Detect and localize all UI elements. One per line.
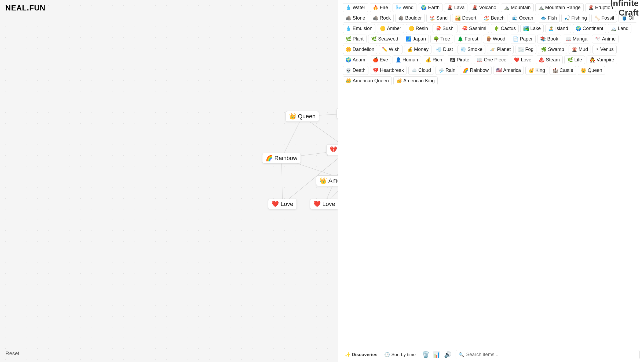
- sidebar-item[interactable]: 🏞️Lake: [520, 24, 544, 33]
- item-label: Stone: [353, 15, 365, 21]
- sidebar-item[interactable]: 💀Death: [343, 66, 368, 75]
- sidebar-item[interactable]: 🌿Seaweed: [368, 35, 401, 43]
- canvas-node-queen[interactable]: 👑Queen: [286, 111, 319, 122]
- item-label: Boulder: [405, 15, 422, 21]
- sidebar-item[interactable]: ☁️Cloud: [408, 66, 434, 75]
- sidebar-item[interactable]: 📚Book: [537, 35, 561, 43]
- node-label: Queen: [298, 113, 316, 120]
- canvas-node-american-princess[interactable]: 👑American Princess: [316, 175, 338, 186]
- sidebar-item[interactable]: 🗾Japan: [403, 35, 429, 43]
- canvas-node-rainbow[interactable]: 🌈Rainbow: [262, 153, 301, 164]
- sidebar-item[interactable]: 🧛Vampire: [587, 56, 617, 64]
- sidebar-item[interactable]: 💨Dust: [433, 45, 456, 54]
- item-emoji: 🏰: [552, 68, 558, 73]
- item-label: Swamp: [548, 47, 564, 52]
- stats-icon[interactable]: 📊: [433, 351, 440, 358]
- canvas-area[interactable]: 👑Queen👑King🌋Mud💔Heartbreak🌈Rainbow👑Ameri…: [0, 0, 338, 362]
- sound-icon[interactable]: 🔊: [444, 351, 451, 358]
- sidebar-item[interactable]: 🌲Forest: [455, 35, 481, 43]
- sidebar-item[interactable]: 🌿Plant: [343, 35, 367, 43]
- item-label: America: [503, 68, 521, 73]
- node-label: Rainbow: [275, 155, 298, 162]
- item-emoji: 🇺🇸: [496, 68, 502, 73]
- sidebar-item[interactable]: 🌿Life: [564, 56, 585, 64]
- sidebar-item[interactable]: 🌵Cactus: [491, 24, 519, 33]
- sidebar-item[interactable]: 🌼Dandelion: [343, 45, 377, 54]
- item-emoji: 🌿: [346, 36, 351, 42]
- item-label: Beach: [491, 15, 504, 21]
- sidebar-item[interactable]: 📄Paper: [510, 35, 536, 43]
- sidebar-item[interactable]: 🏰Castle: [550, 66, 576, 75]
- canvas-node-love1[interactable]: ❤️Love: [268, 199, 297, 209]
- item-emoji: 💰: [407, 47, 413, 52]
- sidebar-item[interactable]: 🪵Wood: [483, 35, 508, 43]
- item-emoji: 🌍: [576, 26, 581, 31]
- sidebar-item[interactable]: 🪐Planet: [487, 45, 514, 54]
- item-label: Anime: [602, 36, 616, 42]
- sidebar-item[interactable]: 👑American Queen: [343, 76, 392, 85]
- item-label: Queen: [588, 68, 602, 73]
- reset-button[interactable]: Reset: [5, 350, 19, 357]
- sidebar-item[interactable]: ✏️Wish: [379, 45, 402, 54]
- item-label: American King: [403, 78, 435, 84]
- item-emoji: 👑: [528, 68, 534, 73]
- item-label: King: [535, 68, 545, 73]
- sidebar-item[interactable]: 🌿Swamp: [538, 45, 567, 54]
- footer-tab[interactable]: 🕐Sort by time: [382, 351, 418, 359]
- sidebar-item[interactable]: 💰Rich: [423, 56, 445, 64]
- sidebar-item[interactable]: 👤Human: [393, 56, 421, 64]
- footer-tab[interactable]: ✨Discoveries: [343, 351, 379, 359]
- sidebar-item[interactable]: 🌳Tree: [430, 35, 453, 43]
- search-input[interactable]: [466, 352, 637, 357]
- item-label: Sushi: [442, 26, 455, 31]
- sidebar-item[interactable]: 💧Emulsion: [343, 24, 375, 33]
- sidebar-item[interactable]: 👑Queen: [578, 66, 605, 75]
- item-label: Emulsion: [353, 26, 372, 31]
- delete-icon[interactable]: 🗑️: [422, 351, 429, 358]
- footer-icons: 🗑️📊🔊: [422, 351, 451, 358]
- sidebar-item[interactable]: 🍣Sushi: [433, 24, 458, 33]
- sidebar-item[interactable]: 🎌Anime: [592, 35, 619, 43]
- sidebar-item[interactable]: 🏴‍☠️Pirate: [447, 56, 472, 64]
- sidebar-item[interactable]: 🇺🇸America: [493, 66, 524, 75]
- item-emoji: 📖: [566, 36, 571, 42]
- item-label: Tree: [440, 36, 450, 42]
- sidebar-item[interactable]: 🌈Rainbow: [460, 66, 492, 75]
- sidebar-item[interactable]: 🍎Eve: [370, 56, 391, 64]
- sidebar-item[interactable]: 🟡Resin: [406, 24, 431, 33]
- sidebar-item[interactable]: 🌧️Rain: [436, 66, 458, 75]
- canvas-node-heartbreak[interactable]: 💔Heartbreak: [326, 144, 338, 155]
- item-emoji: ❤️: [514, 57, 519, 63]
- sidebar-item[interactable]: 📖One Piece: [474, 56, 509, 64]
- canvas-connections: [0, 0, 338, 362]
- tab-icon: 🕐: [384, 352, 390, 357]
- item-emoji: 🏞️: [523, 26, 529, 31]
- sidebar-item[interactable]: 💰Money: [404, 45, 431, 54]
- sidebar-item[interactable]: 🍣Sashimi: [459, 24, 489, 33]
- sidebar-item[interactable]: ♨️Steam: [536, 56, 563, 64]
- tab-label: Sort by time: [391, 352, 416, 357]
- node-emoji: ❤️: [272, 201, 279, 208]
- sidebar-item[interactable]: 🟡Amber: [377, 24, 404, 33]
- sidebar-item[interactable]: 📖Manga: [563, 35, 590, 43]
- sidebar-item[interactable]: 🌍Continent: [573, 24, 606, 33]
- sidebar-item[interactable]: 👑American King: [393, 76, 438, 85]
- sidebar-item[interactable]: 👑King: [525, 66, 548, 75]
- sidebar-item[interactable]: ♀️Venus: [592, 45, 617, 54]
- sidebar-item[interactable]: 🏔️Land: [608, 24, 631, 33]
- sidebar-item[interactable]: 💨Smoke: [458, 45, 485, 54]
- item-label: Cactus: [501, 26, 516, 31]
- item-emoji: 👑: [396, 78, 402, 84]
- item-label: Heartbreak: [380, 68, 404, 73]
- sidebar-item[interactable]: 🌋Mud: [569, 45, 591, 54]
- sidebar-item[interactable]: ❤️Love: [511, 56, 534, 64]
- canvas-node-love2[interactable]: ❤️Love: [310, 199, 338, 209]
- sidebar-item[interactable]: 🌫️Fog: [515, 45, 536, 54]
- sidebar-item[interactable]: 🌍Adam: [343, 56, 368, 64]
- sidebar-item[interactable]: 💔Heartbreak: [370, 66, 407, 75]
- sidebar-item[interactable]: 🏝️Island: [545, 24, 571, 33]
- item-emoji: 🌊: [512, 15, 518, 21]
- search-box: 🔍: [456, 350, 640, 359]
- item-emoji: 🌿: [567, 57, 573, 63]
- node-emoji: 🌈: [266, 155, 273, 162]
